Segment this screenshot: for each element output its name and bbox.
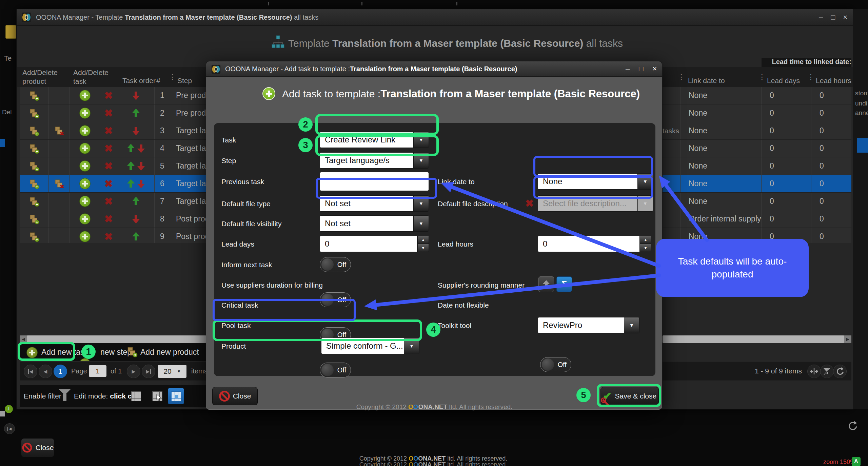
first-page-button[interactable]: ◀ [24, 365, 37, 378]
column-menu-icon[interactable]: ⋮ [758, 75, 766, 79]
prev-page-button[interactable]: ◀ [39, 365, 52, 378]
toolkit-tool-select[interactable]: ReviewPro [538, 317, 639, 333]
link-date-to-select[interactable]: None [538, 173, 653, 190]
table-row[interactable]: ✖2Pre produc [20, 104, 206, 122]
task-order-cell[interactable] [117, 193, 155, 210]
refresh-icon[interactable] [847, 421, 858, 431]
delete-product-icon[interactable] [49, 122, 70, 139]
add-task-icon[interactable] [70, 122, 100, 139]
table-row[interactable]: Order internal supply d...00 [663, 210, 851, 228]
column-menu-icon[interactable]: ⋮ [807, 75, 814, 79]
add-task-icon[interactable] [70, 210, 100, 228]
add-new-product-button[interactable]: Add new product [140, 348, 199, 357]
add-product-icon[interactable] [127, 347, 138, 357]
save-and-close-button[interactable]: ✔ Save & close [600, 387, 659, 405]
spin-up-icon[interactable] [417, 236, 429, 244]
maximize-button[interactable]: □ [828, 13, 838, 22]
background-close-button[interactable]: Close [21, 438, 54, 457]
spin-down-icon[interactable] [640, 244, 651, 252]
delete-task-icon[interactable]: ✖ [100, 87, 117, 104]
table-row[interactable]: None00 [663, 87, 851, 104]
spin-up-icon[interactable] [640, 236, 651, 244]
column-header[interactable]: # [156, 76, 160, 85]
h-scrollbar-right[interactable]: ▶ [663, 335, 851, 343]
default-file-visibility-select[interactable]: Not set [320, 215, 429, 232]
clear-filter-button[interactable] [820, 365, 834, 378]
filter-funnel-icon[interactable] [59, 389, 71, 403]
move-up-icon[interactable] [127, 179, 135, 188]
add-task-icon[interactable] [70, 104, 100, 122]
move-down-icon[interactable] [137, 161, 145, 171]
add-icon[interactable]: + [5, 405, 13, 413]
spin-down-icon[interactable] [417, 244, 429, 252]
delete-task-icon[interactable]: ✖ [100, 157, 117, 175]
column-menu-icon[interactable]: ⋮ [678, 75, 685, 79]
add-task-icon[interactable] [70, 157, 100, 175]
lead-hours-stepper[interactable]: 0 [538, 236, 651, 252]
scroll-left-icon[interactable]: ◀ [20, 335, 27, 343]
task-order-cell[interactable] [117, 228, 155, 243]
task-order-cell[interactable] [117, 140, 155, 157]
add-product-icon[interactable] [20, 193, 49, 210]
add-product-icon[interactable] [20, 104, 49, 122]
table-row[interactable]: ✖7Target lang [20, 193, 206, 210]
table-row[interactable]: ✖1Pre produc [20, 87, 206, 104]
default-file-type-select[interactable]: Not set [320, 195, 429, 212]
date-not-flexible-toggle[interactable]: Off [540, 357, 571, 372]
scroll-right-icon[interactable]: ▶ [844, 335, 851, 343]
task-order-cell[interactable] [117, 87, 155, 104]
move-down-icon[interactable] [132, 91, 140, 100]
add-task-icon[interactable] [70, 193, 100, 210]
dialog-close-action-button[interactable]: Close [212, 387, 258, 405]
delete-task-icon[interactable]: ✖ [100, 210, 117, 228]
current-page-button[interactable]: 1 [54, 365, 67, 378]
view-grid-button[interactable] [128, 388, 144, 404]
move-up-icon[interactable] [127, 144, 135, 153]
pool-task-toggle[interactable]: Off [320, 363, 351, 377]
add-product-icon[interactable] [20, 175, 49, 192]
first-page-icon[interactable]: ◀ [4, 423, 15, 434]
step-select[interactable]: Target language/s [320, 152, 429, 169]
column-header[interactable]: Add/Delete task [73, 68, 114, 86]
move-down-icon[interactable] [137, 144, 145, 153]
table-row[interactable]: tasks...None00 [663, 122, 851, 140]
delete-task-icon[interactable]: ✖ [100, 104, 117, 122]
add-product-icon[interactable] [20, 210, 49, 228]
a-badge[interactable]: A [852, 457, 861, 466]
add-task-icon[interactable] [26, 347, 38, 358]
table-row[interactable]: ✖4Target lang [20, 140, 206, 157]
dialog-maximize-button[interactable]: □ [636, 64, 646, 73]
page-size-select[interactable]: 20▼ [158, 365, 186, 378]
fit-columns-button[interactable] [807, 365, 821, 378]
task-order-cell[interactable] [117, 104, 155, 122]
delete-product-icon[interactable] [49, 175, 70, 192]
refresh-button[interactable] [833, 365, 847, 378]
dialog-close-button[interactable]: × [650, 64, 660, 73]
task-order-cell[interactable] [117, 157, 155, 175]
column-header[interactable]: Step [177, 76, 192, 85]
add-task-icon[interactable] [70, 140, 100, 157]
move-up-icon[interactable] [132, 197, 140, 206]
h-scrollbar-left[interactable]: ◀ [20, 335, 206, 343]
table-row[interactable]: ✖8Post produ [20, 210, 206, 228]
add-task-icon[interactable] [70, 175, 100, 192]
delete-task-icon[interactable]: ✖ [100, 122, 117, 139]
table-row[interactable]: None00 [663, 157, 851, 175]
round-up-button[interactable] [538, 276, 554, 292]
enable-filter-label[interactable]: Enable filter [24, 392, 61, 400]
dialog-minimize-button[interactable]: – [623, 64, 633, 73]
round-sum-button[interactable]: Σ [556, 276, 572, 292]
column-header[interactable]: Link date to [688, 76, 725, 85]
edit-row-button[interactable] [168, 388, 184, 404]
table-row[interactable]: None00 [663, 140, 851, 157]
delete-task-icon[interactable]: ✖ [100, 193, 117, 210]
add-product-icon[interactable] [20, 122, 49, 139]
table-row[interactable]: ✖3Target lang [20, 122, 206, 140]
task-order-cell[interactable] [117, 122, 155, 139]
delete-task-icon[interactable]: ✖ [100, 140, 117, 157]
table-row[interactable]: None00 [663, 193, 851, 210]
previous-task-input[interactable] [320, 172, 429, 191]
inform-next-task-toggle[interactable]: Off [320, 257, 351, 272]
edit-cell-button[interactable] [149, 388, 165, 404]
close-button[interactable]: × [840, 13, 850, 22]
